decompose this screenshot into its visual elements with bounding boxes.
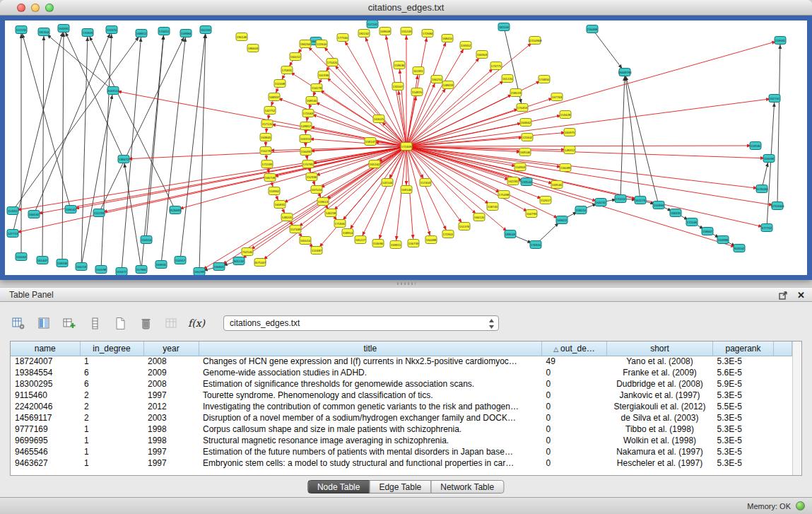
panel-splitter[interactable] <box>0 280 812 287</box>
graph-node[interactable]: 166032 <box>28 211 40 218</box>
tab-network-table[interactable]: Network Table <box>430 480 504 493</box>
table-cell[interactable]: 0 <box>542 412 607 424</box>
graph-node[interactable]: 157232 <box>16 26 27 34</box>
graph-node[interactable]: 154278 <box>311 84 322 92</box>
graph-node[interactable]: 173775 <box>490 62 502 70</box>
graph-node[interactable]: 158210 <box>575 206 587 214</box>
graph-node[interactable]: 164662 <box>520 119 531 127</box>
table-cell[interactable]: 1 <box>80 457 143 469</box>
table-cell[interactable]: 49 <box>542 356 607 367</box>
graph-node[interactable]: 159042 <box>65 206 76 214</box>
graph-node[interactable]: 157120 <box>261 120 273 128</box>
table-cell[interactable]: Tourette syndrome. Phenomenology and cla… <box>199 390 542 401</box>
close-panel-icon[interactable]: ✕ <box>797 291 805 300</box>
network-graph[interactable]: 1724091572321813041633911709291533701688… <box>5 21 807 275</box>
graph-node[interactable]: 168937 <box>269 93 280 101</box>
graph-node[interactable]: 172046 <box>686 218 698 226</box>
graph-node[interactable]: 154870 <box>411 88 423 96</box>
graph-node[interactable]: 159581 <box>775 37 786 45</box>
table-cell[interactable]: Investigating the contribution of common… <box>199 401 542 412</box>
table-cell[interactable]: 2 <box>80 401 143 412</box>
graph-node[interactable]: 177560 <box>337 34 348 42</box>
table-row[interactable]: 2242004622012Investigating the contribut… <box>11 401 792 412</box>
table-cell[interactable]: 2003 <box>143 412 199 424</box>
graph-node[interactable]: 158914 <box>342 229 353 237</box>
table-cell[interactable]: 2012 <box>143 401 199 412</box>
graph-node[interactable]: 169146 <box>519 148 531 156</box>
graph-node[interactable]: 164793 <box>526 210 537 218</box>
graph-node[interactable]: 161811 <box>413 67 424 75</box>
graph-node[interactable]: 153370 <box>106 26 117 34</box>
table-cell[interactable]: 5.3E-5 <box>713 435 774 446</box>
graph-node[interactable]: 149857 <box>300 122 312 130</box>
graph-node[interactable]: 165227 <box>355 236 366 244</box>
graph-node[interactable]: 155063 <box>16 253 27 261</box>
table-cell[interactable]: 1 <box>80 424 143 435</box>
zoom-button[interactable] <box>45 4 54 12</box>
column-header-out_de[interactable]: △out_de… <box>542 341 607 356</box>
graph-node[interactable]: 147713 <box>7 230 18 238</box>
graph-node[interactable]: 168335 <box>670 209 681 217</box>
table-cell[interactable]: 1997 <box>143 446 199 457</box>
table-cell[interactable]: 1998 <box>143 435 199 446</box>
table-cell[interactable]: Franke et al. (2009) <box>607 367 713 378</box>
graph-node[interactable]: 150276 <box>260 147 271 155</box>
table-cell[interactable]: Embryonic stem cells: a model to study s… <box>199 457 542 469</box>
graph-node[interactable]: 159984 <box>180 30 192 37</box>
graph-node[interactable]: 153311 <box>7 207 18 215</box>
table-cell[interactable]: 1 <box>80 435 143 446</box>
graph-node[interactable]: 166708 <box>264 174 276 182</box>
table-cell[interactable]: Tibbo et al. (1998) <box>607 424 713 435</box>
graph-node[interactable]: 154317 <box>175 257 186 264</box>
graph-node[interactable]: 168540 <box>306 97 317 105</box>
table-cell[interactable]: 1998 <box>143 424 199 435</box>
graph-node[interactable]: 122600 <box>316 40 327 48</box>
graph-node[interactable]: 174850 <box>539 76 550 83</box>
graph-node[interactable]: 156089 <box>560 164 571 172</box>
graph-node[interactable]: 151293 <box>93 209 105 217</box>
graph-node[interactable]: 171840 <box>334 220 346 228</box>
graph-node[interactable]: 121602 <box>522 134 533 141</box>
graph-node[interactable]: 152936 <box>306 173 317 181</box>
table-cell[interactable]: 5.3E-5 <box>713 356 774 367</box>
table-cell[interactable]: Changes of HCN gene expression and I(f) … <box>199 356 542 367</box>
graph-node[interactable]: 148659 <box>442 81 454 89</box>
table-cell[interactable]: 0 <box>542 378 607 390</box>
graph-node[interactable]: 181304 <box>38 28 49 36</box>
graph-node[interactable]: 168812 <box>136 30 147 37</box>
graph-node[interactable]: 157881 <box>136 266 147 274</box>
graph-node[interactable]: 170785 <box>302 160 314 168</box>
graph-node[interactable]: 175420 <box>326 59 338 66</box>
function-builder-icon[interactable]: f(x) <box>189 316 204 330</box>
float-panel-icon[interactable] <box>776 288 790 303</box>
table-cell[interactable]: 5.3E-5 <box>713 446 774 457</box>
table-row[interactable]: 1830029562008Estimation of significance … <box>11 378 792 390</box>
graph-node[interactable]: 159636 <box>394 62 405 69</box>
graph-node[interactable]: 172684 <box>422 30 433 37</box>
graph-node[interactable]: 157241 <box>367 21 378 28</box>
show-columns-icon[interactable] <box>37 316 51 330</box>
graph-node[interactable]: 1076094 <box>756 185 768 193</box>
graph-node[interactable]: 142752 <box>264 107 276 115</box>
tab-node-table[interactable]: Node Table <box>307 480 370 493</box>
rows-icon[interactable] <box>88 316 102 330</box>
table-cell[interactable]: 2 <box>80 390 143 401</box>
graph-node[interactable]: 169935 <box>155 261 167 269</box>
graph-node[interactable]: 176920 <box>530 241 541 249</box>
column-header-short[interactable]: short <box>607 341 713 356</box>
graph-node[interactable]: 164231 <box>595 199 606 206</box>
graph-node[interactable]: 167024 <box>311 186 322 194</box>
column-header-name[interactable]: name <box>11 341 80 356</box>
table-cell[interactable]: Structural magnetic resonance image aver… <box>199 435 542 446</box>
table-cell[interactable]: 2008 <box>143 378 199 390</box>
graph-node[interactable]: 163391 <box>58 25 69 33</box>
graph-node[interactable]: 160012 <box>290 53 301 61</box>
table-cell[interactable]: 6 <box>80 378 143 390</box>
delete-table-icon[interactable] <box>139 316 153 330</box>
graph-node[interactable]: 169815 <box>390 241 401 249</box>
graph-node[interactable]: 138472 <box>118 156 129 163</box>
table-cell[interactable]: de Silva et al. (2003) <box>607 412 713 424</box>
graph-node[interactable]: 160289 <box>194 268 205 276</box>
graph-node[interactable]: 163472 <box>116 268 127 276</box>
network-canvas[interactable]: 1724091572321813041633911709291533701688… <box>0 16 812 280</box>
